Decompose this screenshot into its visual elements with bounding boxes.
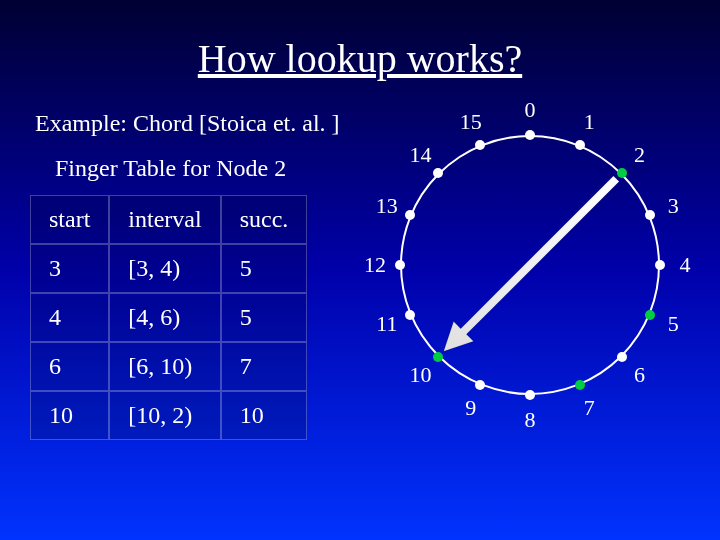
table-header-row: start interval succ. xyxy=(30,195,307,244)
cell-start: 4 xyxy=(30,293,109,342)
slide-title: How lookup works? xyxy=(0,0,720,82)
cell-succ: 7 xyxy=(221,342,308,391)
ring-label: 10 xyxy=(409,362,431,388)
col-interval: interval xyxy=(109,195,220,244)
ring-node xyxy=(395,260,405,270)
ring-label: 5 xyxy=(668,311,679,337)
ring-node xyxy=(525,130,535,140)
ring-node xyxy=(475,380,485,390)
ring-label: 0 xyxy=(525,97,536,123)
ring-node-active xyxy=(645,310,655,320)
finger-table: start interval succ. 3 [3, 4) 5 4 [4, 6)… xyxy=(30,195,307,440)
cell-interval: [4, 6) xyxy=(109,293,220,342)
cell-succ: 5 xyxy=(221,244,308,293)
ring-node-active xyxy=(575,380,585,390)
ring-node xyxy=(405,210,415,220)
ring-node xyxy=(575,140,585,150)
ring-label: 14 xyxy=(409,142,431,168)
chord-ring-diagram: 0123456789101112131415 xyxy=(355,100,705,520)
ring-label: 11 xyxy=(376,311,397,337)
ring-label: 4 xyxy=(680,252,691,278)
ring-node xyxy=(617,352,627,362)
ring-node xyxy=(655,260,665,270)
ring-label: 7 xyxy=(584,395,595,421)
ring-label: 6 xyxy=(634,362,645,388)
cell-start: 3 xyxy=(30,244,109,293)
table-row: 6 [6, 10) 7 xyxy=(30,342,307,391)
table-row: 4 [4, 6) 5 xyxy=(30,293,307,342)
cell-interval: [3, 4) xyxy=(109,244,220,293)
ring-node xyxy=(433,168,443,178)
ring-node xyxy=(645,210,655,220)
ring-label: 2 xyxy=(634,142,645,168)
ring-label: 12 xyxy=(364,252,386,278)
table-row: 10 [10, 2) 10 xyxy=(30,391,307,440)
cell-start: 10 xyxy=(30,391,109,440)
cell-succ: 5 xyxy=(221,293,308,342)
ring-label: 9 xyxy=(465,395,476,421)
cell-start: 6 xyxy=(30,342,109,391)
table-row: 3 [3, 4) 5 xyxy=(30,244,307,293)
ring-node xyxy=(475,140,485,150)
finger-table-caption: Finger Table for Node 2 xyxy=(55,155,286,182)
col-start: start xyxy=(30,195,109,244)
ring-label: 1 xyxy=(584,109,595,135)
ring-node xyxy=(525,390,535,400)
ring-label: 3 xyxy=(668,193,679,219)
ring-label: 8 xyxy=(525,407,536,433)
ring-node-active xyxy=(433,352,443,362)
cell-interval: [10, 2) xyxy=(109,391,220,440)
example-text: Example: Chord [Stoica et. al. ] xyxy=(35,110,340,137)
ring-label: 15 xyxy=(460,109,482,135)
cell-succ: 10 xyxy=(221,391,308,440)
ring-label: 13 xyxy=(376,193,398,219)
ring-node-active xyxy=(617,168,627,178)
cell-interval: [6, 10) xyxy=(109,342,220,391)
ring-node xyxy=(405,310,415,320)
col-succ: succ. xyxy=(221,195,308,244)
